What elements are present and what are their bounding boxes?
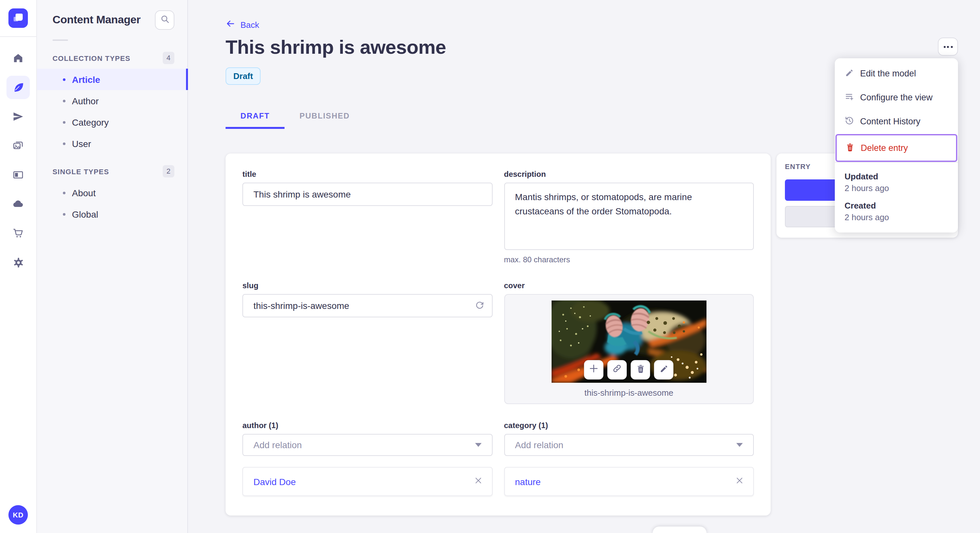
sidebar-item-label: Article: [72, 74, 100, 84]
select-placeholder: Add relation: [515, 440, 563, 450]
sidebar-item-article[interactable]: Article: [37, 69, 187, 90]
menu-item-content-history[interactable]: Content History: [835, 109, 958, 133]
sidebar-item-label: Category: [72, 117, 109, 127]
chevron-down-icon: [736, 443, 743, 447]
slug-input[interactable]: [242, 294, 492, 317]
bullet-icon: [63, 142, 65, 145]
nav-settings[interactable]: [6, 251, 30, 274]
select-placeholder: Add relation: [253, 440, 302, 450]
slug-field-label: slug: [242, 281, 492, 290]
content-type-builder-icon: [12, 169, 24, 181]
bullet-icon: [63, 99, 65, 102]
paper-plane-icon: [12, 111, 24, 122]
main-content: Back This shrimp is awesome Draft DRAFT …: [188, 0, 980, 533]
cover-filename: this-shrimp-is-awesome: [504, 383, 753, 403]
floating-widget-pill[interactable]: [653, 527, 706, 533]
chevron-down-icon: [475, 443, 481, 447]
regenerate-icon[interactable]: [474, 300, 485, 311]
more-actions-button[interactable]: [938, 38, 958, 56]
sidebar-item-label: Author: [72, 95, 99, 106]
entry-meta: Updated 2 hours ago Created 2 hours ago: [835, 163, 958, 233]
menu-item-label: Delete entry: [861, 143, 908, 153]
section-label: SINGLE TYPES: [52, 167, 109, 175]
back-link[interactable]: Back: [226, 19, 259, 30]
author-relation-select[interactable]: Add relation: [242, 434, 492, 456]
cover-field-label: cover: [504, 281, 754, 290]
nav-home[interactable]: [6, 47, 30, 70]
edit-asset-button[interactable]: [654, 360, 674, 379]
nav-content-type-builder[interactable]: [6, 163, 30, 187]
main-nav-rail: KD: [0, 0, 37, 533]
bullet-icon: [63, 191, 65, 194]
sidebar-item-user[interactable]: User: [37, 133, 187, 154]
logo-area: [0, 0, 36, 37]
copy-link-button[interactable]: [608, 360, 627, 379]
rail-nav: [6, 37, 30, 505]
sidebar-item-author[interactable]: Author: [37, 90, 187, 111]
app-window: KD Content Manager COLLECTION TYPES 4 Ar…: [0, 0, 980, 533]
remove-relation-button[interactable]: [474, 476, 482, 487]
slug-field: slug: [242, 281, 492, 404]
sidebar-item-about[interactable]: About: [37, 182, 187, 203]
updated-label: Updated: [845, 171, 948, 181]
user-avatar[interactable]: KD: [8, 505, 28, 525]
feather-icon: [12, 82, 24, 93]
section-label: COLLECTION TYPES: [52, 54, 130, 62]
strapi-logo[interactable]: [8, 8, 28, 28]
settings-gear-icon: [12, 256, 24, 268]
add-asset-button[interactable]: [584, 360, 604, 379]
cover-action-bar: [584, 360, 674, 379]
description-field-label: description: [504, 170, 754, 179]
description-hint: max. 80 characters: [504, 255, 754, 264]
status-badge: Draft: [226, 67, 261, 85]
title-input[interactable]: [242, 182, 492, 206]
category-field-label: category (1): [504, 421, 754, 430]
home-icon: [12, 52, 24, 64]
link-icon: [612, 363, 622, 376]
ellipsis-icon: [943, 46, 945, 48]
nav-content-manager[interactable]: [6, 76, 30, 99]
menu-item-configure-view[interactable]: Configure the view: [835, 86, 958, 109]
add-icon: [589, 363, 599, 376]
tab-published[interactable]: PUBLISHED: [285, 104, 364, 129]
created-label: Created: [845, 201, 948, 211]
cloud-icon: [12, 198, 24, 210]
menu-item-label: Content History: [860, 117, 920, 126]
search-button[interactable]: [155, 10, 174, 30]
sidebar-item-label: About: [72, 187, 95, 198]
pencil-icon: [845, 68, 854, 79]
tab-draft[interactable]: DRAFT: [226, 104, 285, 129]
single-types-section: SINGLE TYPES 2 About Global: [37, 160, 187, 225]
content-manager-subnav: Content Manager COLLECTION TYPES 4 Artic…: [37, 0, 188, 533]
nav-marketplace[interactable]: [6, 222, 30, 245]
nav-media-library[interactable]: [6, 134, 30, 157]
cover-field: cover: [504, 281, 754, 404]
edit-form-card: title description Mantis shrimps, or sto…: [226, 154, 771, 516]
sidebar-item-label: User: [72, 138, 91, 149]
updated-value: 2 hours ago: [845, 183, 948, 193]
menu-item-label: Configure the view: [860, 93, 933, 102]
sidebar-item-category[interactable]: Category: [37, 111, 187, 133]
bullet-icon: [63, 78, 65, 81]
category-relation-select[interactable]: Add relation: [504, 434, 754, 456]
author-relation-item: David Doe: [242, 467, 492, 496]
created-value: 2 hours ago: [845, 213, 948, 222]
cover-image: [552, 300, 706, 383]
menu-item-edit-model[interactable]: Edit the model: [835, 62, 958, 86]
back-label: Back: [240, 20, 259, 30]
back-arrow-icon: [226, 19, 235, 30]
relation-link[interactable]: nature: [515, 476, 541, 487]
delete-asset-button[interactable]: [631, 360, 651, 379]
strapi-logo-mark-fold: [14, 17, 18, 21]
sidebar-item-global[interactable]: Global: [37, 203, 187, 225]
more-actions-menu: Edit the model Configure the view Conten…: [835, 58, 958, 233]
collection-types-section: COLLECTION TYPES 4 Article Author Catego…: [37, 47, 187, 154]
relation-link[interactable]: David Doe: [253, 476, 296, 487]
description-textarea[interactable]: Mantis shrimps, or stomatopods, are mari…: [504, 182, 754, 250]
nav-releases[interactable]: [6, 105, 30, 128]
nav-deploy[interactable]: [6, 192, 30, 216]
section-count-badge: 4: [163, 52, 174, 64]
menu-item-delete-entry[interactable]: Delete entry: [835, 134, 957, 162]
description-field: description Mantis shrimps, or stomatopo…: [504, 170, 754, 264]
remove-relation-button[interactable]: [735, 476, 744, 487]
